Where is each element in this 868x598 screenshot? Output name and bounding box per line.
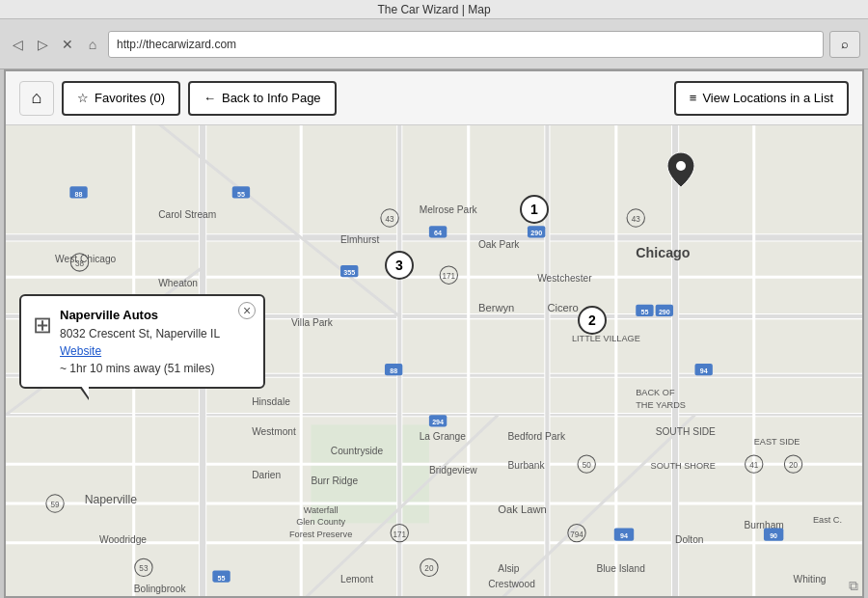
svg-text:38: 38 xyxy=(75,259,85,268)
favorites-button[interactable]: ☆ Favorites (0) xyxy=(62,81,180,116)
home-nav-icon[interactable]: ⌂ xyxy=(83,35,102,54)
svg-text:290: 290 xyxy=(530,230,542,237)
svg-text:59: 59 xyxy=(50,501,60,509)
svg-text:Villa Park: Villa Park xyxy=(291,317,334,328)
address-bar[interactable] xyxy=(108,31,824,58)
favorites-label: Favorites (0) xyxy=(95,91,165,105)
svg-text:43: 43 xyxy=(632,215,641,224)
search-icon: ⌕ xyxy=(841,37,849,51)
marker-2[interactable]: 2 xyxy=(578,306,607,335)
svg-text:794: 794 xyxy=(570,530,583,539)
svg-text:Elmhurst: Elmhurst xyxy=(340,234,379,245)
svg-text:East C.: East C. xyxy=(813,515,842,525)
svg-text:64: 64 xyxy=(434,230,442,237)
content-area: ⌂ ☆ Favorites (0) ← Back to Info Page ≡ … xyxy=(4,69,864,598)
popup-close-button[interactable]: × xyxy=(238,302,256,319)
svg-text:171: 171 xyxy=(393,530,406,539)
svg-text:88: 88 xyxy=(75,191,83,199)
svg-text:Bedford Park: Bedford Park xyxy=(508,431,566,442)
home-icon: ⌂ xyxy=(32,88,42,108)
svg-text:Oak Lawn: Oak Lawn xyxy=(498,503,547,515)
svg-text:294: 294 xyxy=(432,419,444,426)
popup-tail-inner xyxy=(81,386,89,397)
map-area[interactable]: 290 64 355 290 88 55 88 West Chicago Car… xyxy=(6,125,862,596)
svg-text:Naperville: Naperville xyxy=(85,493,138,506)
svg-text:55: 55 xyxy=(640,309,648,316)
title-bar: The Car Wizard | Map xyxy=(0,0,868,19)
svg-text:Carol Stream: Carol Stream xyxy=(158,209,216,220)
browser-chrome: ◁ ▷ ✕ ⌂ ⌕ xyxy=(0,19,868,69)
svg-text:Westchester: Westchester xyxy=(537,273,592,284)
close-nav-icon[interactable]: ✕ xyxy=(58,35,77,54)
svg-text:94: 94 xyxy=(620,532,628,540)
popup-website-link[interactable]: Website xyxy=(60,342,220,360)
star-icon: ☆ xyxy=(77,91,89,105)
svg-text:SOUTH SIDE: SOUTH SIDE xyxy=(656,426,716,437)
svg-text:Dolton: Dolton xyxy=(675,534,703,545)
svg-text:EAST SIDE: EAST SIDE xyxy=(754,437,800,447)
svg-text:290: 290 xyxy=(659,309,670,316)
svg-text:355: 355 xyxy=(343,269,355,277)
svg-text:Alsip: Alsip xyxy=(498,563,519,574)
svg-text:20: 20 xyxy=(424,564,434,573)
svg-text:Lemont: Lemont xyxy=(340,574,373,584)
svg-text:Darien: Darien xyxy=(252,470,281,480)
home-button[interactable]: ⌂ xyxy=(19,81,54,116)
popup-title: Naperville Autos xyxy=(60,306,220,325)
marker-1[interactable]: 1 xyxy=(520,195,549,224)
svg-text:Burbank: Burbank xyxy=(508,460,546,471)
location-popup: × ⊞ Naperville Autos 8032 Crescent St, N… xyxy=(19,294,265,389)
popup-distance: ~ 1hr 10 mins away (51 miles) xyxy=(60,360,220,377)
pin-marker[interactable] xyxy=(667,152,694,191)
svg-text:Countryside: Countryside xyxy=(331,446,384,456)
svg-text:20: 20 xyxy=(789,461,799,470)
svg-text:Wheaton: Wheaton xyxy=(158,278,198,288)
svg-text:43: 43 xyxy=(386,215,395,224)
svg-text:LITTLE VILLAGE: LITTLE VILLAGE xyxy=(572,334,640,343)
svg-text:Berwyn: Berwyn xyxy=(478,302,514,313)
back-to-info-button[interactable]: ← Back to Info Page xyxy=(188,81,337,116)
svg-text:THE YARDS: THE YARDS xyxy=(636,400,686,410)
back-label: Back to Info Page xyxy=(222,91,321,105)
resize-handle[interactable]: ⧉ xyxy=(849,578,858,594)
svg-text:Cicero: Cicero xyxy=(547,302,578,313)
svg-text:Melrose Park: Melrose Park xyxy=(420,204,478,215)
svg-text:55: 55 xyxy=(218,575,226,583)
svg-text:Woodridge: Woodridge xyxy=(99,534,147,545)
back-nav-icon[interactable]: ◁ xyxy=(8,35,27,54)
forward-nav-icon[interactable]: ▷ xyxy=(33,35,52,54)
svg-text:41: 41 xyxy=(749,461,759,470)
svg-text:Whiting: Whiting xyxy=(794,574,827,584)
building-icon: ⊞ xyxy=(33,308,52,342)
svg-text:55: 55 xyxy=(237,191,245,199)
svg-text:90: 90 xyxy=(770,532,777,540)
nav-icons: ◁ ▷ ✕ ⌂ xyxy=(8,35,102,54)
toolbar: ⌂ ☆ Favorites (0) ← Back to Info Page ≡ … xyxy=(6,71,862,125)
svg-text:Bridgeview: Bridgeview xyxy=(429,465,477,476)
list-label: View Locations in a List xyxy=(702,91,833,105)
view-list-button[interactable]: ≡ View Locations in a List xyxy=(674,81,849,116)
page-title: The Car Wizard | Map xyxy=(377,3,490,16)
svg-text:53: 53 xyxy=(139,564,149,573)
svg-text:Glen County: Glen County xyxy=(296,517,345,527)
svg-text:Hinsdale: Hinsdale xyxy=(252,396,290,407)
svg-text:La Grange: La Grange xyxy=(420,431,466,442)
svg-text:Bolingbrook: Bolingbrook xyxy=(134,584,187,594)
svg-text:Crestwood: Crestwood xyxy=(488,579,535,589)
svg-text:Westmont: Westmont xyxy=(252,426,296,437)
svg-text:Chicago: Chicago xyxy=(636,245,691,260)
svg-text:Waterfall: Waterfall xyxy=(304,505,339,515)
svg-point-134 xyxy=(676,161,686,171)
list-icon: ≡ xyxy=(690,91,697,105)
back-icon: ← xyxy=(203,91,216,105)
svg-text:50: 50 xyxy=(583,461,592,470)
svg-text:BACK OF: BACK OF xyxy=(636,388,675,397)
svg-text:Blue Island: Blue Island xyxy=(596,563,645,574)
svg-text:SOUTH SHORE: SOUTH SHORE xyxy=(651,461,716,471)
popup-address: 8032 Crescent St, Naperville IL xyxy=(60,325,220,342)
svg-text:88: 88 xyxy=(390,367,397,375)
marker-3[interactable]: 3 xyxy=(385,251,414,280)
svg-text:Oak Park: Oak Park xyxy=(478,239,520,250)
search-button[interactable]: ⌕ xyxy=(829,31,860,58)
svg-text:171: 171 xyxy=(443,272,456,281)
